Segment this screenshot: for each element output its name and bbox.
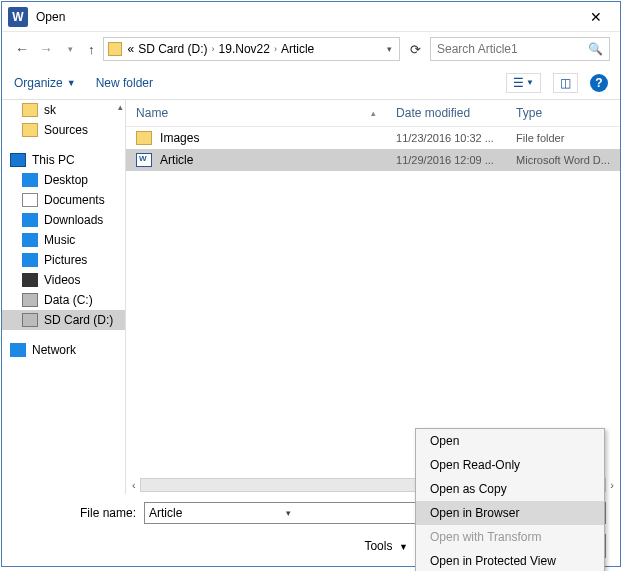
sidebar-item-network[interactable]: Network xyxy=(2,340,125,360)
sidebar-item-label: Network xyxy=(32,343,76,357)
desktop-icon xyxy=(22,173,38,187)
folder-icon xyxy=(108,42,122,56)
folder-icon xyxy=(22,103,38,117)
sidebar-item-label: Pictures xyxy=(44,253,87,267)
sidebar-item-music[interactable]: Music xyxy=(2,230,125,250)
filename-input[interactable]: Article ▾ xyxy=(144,502,428,524)
drive-icon xyxy=(22,293,38,307)
sidebar-item-label: Sources xyxy=(44,123,88,137)
address-dropdown[interactable]: ▾ xyxy=(384,44,395,54)
nav-up[interactable]: ↑ xyxy=(84,42,99,57)
sidebar-item-label: Music xyxy=(44,233,75,247)
word-app-icon: W xyxy=(8,7,28,27)
new-folder-button[interactable]: New folder xyxy=(96,76,153,90)
search-icon[interactable]: 🔍 xyxy=(588,42,603,56)
file-type: File folder xyxy=(506,130,620,146)
sidebar-item-desktop[interactable]: Desktop xyxy=(2,170,125,190)
nav-back[interactable]: ← xyxy=(12,41,32,57)
sidebar-item-videos[interactable]: Videos xyxy=(2,270,125,290)
sidebar-item-this-pc[interactable]: This PC xyxy=(2,150,125,170)
sidebar-item-label: Desktop xyxy=(44,173,88,187)
nav-bar: ← → ▾ ↑ « SD Card (D:) › 19.Nov22 › Arti… xyxy=(2,32,620,66)
sidebar-item-label: Data (C:) xyxy=(44,293,93,307)
crumb-1[interactable]: 19.Nov22 xyxy=(217,42,272,56)
down-icon xyxy=(22,213,38,227)
sidebar-item-label: sk xyxy=(44,103,56,117)
file-date: 11/23/2016 10:32 ... xyxy=(386,130,506,146)
chevron-right-icon: › xyxy=(272,44,279,54)
sidebar-item-label: Documents xyxy=(44,193,105,207)
net-icon xyxy=(10,343,26,357)
drive-icon xyxy=(22,313,38,327)
file-type: Microsoft Word D... xyxy=(506,152,620,168)
scroll-up-icon[interactable]: ▴ xyxy=(118,102,123,112)
sidebar: ▴ skSourcesThis PCDesktopDocumentsDownlo… xyxy=(2,100,126,494)
file-name: Article xyxy=(160,153,193,167)
sidebar-item-sd-card-d-[interactable]: SD Card (D:) xyxy=(2,310,125,330)
menu-item-open-as-copy[interactable]: Open as Copy xyxy=(416,477,604,501)
column-headers: Name▴ Date modified Type xyxy=(126,100,620,127)
file-name: Images xyxy=(160,131,199,145)
preview-icon: ◫ xyxy=(560,76,571,90)
preview-pane-button[interactable]: ◫ xyxy=(553,73,578,93)
nav-recent-dropdown[interactable]: ▾ xyxy=(60,44,80,54)
open-dropdown-menu: OpenOpen Read-OnlyOpen as CopyOpen in Br… xyxy=(415,428,605,571)
sidebar-item-data-c-[interactable]: Data (C:) xyxy=(2,290,125,310)
col-name[interactable]: Name▴ xyxy=(126,100,386,126)
menu-item-open-read-only[interactable]: Open Read-Only xyxy=(416,453,604,477)
close-button[interactable]: ✕ xyxy=(578,5,614,29)
sidebar-item-label: Videos xyxy=(44,273,80,287)
file-date: 11/29/2016 12:09 ... xyxy=(386,152,506,168)
music-icon xyxy=(22,233,38,247)
doc-icon xyxy=(22,193,38,207)
window-title: Open xyxy=(36,10,578,24)
help-button[interactable]: ? xyxy=(590,74,608,92)
crumb-2[interactable]: Article xyxy=(279,42,316,56)
file-row[interactable]: Images11/23/2016 10:32 ...File folder xyxy=(126,127,620,149)
sidebar-item-label: This PC xyxy=(32,153,75,167)
sidebar-item-documents[interactable]: Documents xyxy=(2,190,125,210)
folder-icon xyxy=(136,131,152,145)
wfile-icon xyxy=(136,153,152,167)
col-date[interactable]: Date modified xyxy=(386,100,506,126)
titlebar: W Open ✕ xyxy=(2,2,620,32)
crumb-prefix: « xyxy=(126,42,137,56)
search-box[interactable]: 🔍 xyxy=(430,37,610,61)
address-bar[interactable]: « SD Card (D:) › 19.Nov22 › Article ▾ xyxy=(103,37,401,61)
col-type[interactable]: Type xyxy=(506,100,620,126)
organize-button[interactable]: Organize ▼ xyxy=(14,76,76,90)
refresh-button[interactable]: ⟳ xyxy=(404,42,426,57)
sidebar-item-sources[interactable]: Sources xyxy=(2,120,125,140)
folder-icon xyxy=(22,123,38,137)
scroll-right-icon[interactable]: › xyxy=(610,479,614,491)
toolbar: Organize ▼ New folder ☰ ▼ ◫ ? xyxy=(2,66,620,100)
sidebar-item-downloads[interactable]: Downloads xyxy=(2,210,125,230)
sort-indicator-icon: ▴ xyxy=(371,108,376,118)
sidebar-item-pictures[interactable]: Pictures xyxy=(2,250,125,270)
nav-forward: → xyxy=(36,41,56,57)
filename-label: File name: xyxy=(16,506,136,520)
sidebar-item-sk[interactable]: sk xyxy=(2,100,125,120)
chevron-down-icon: ▼ xyxy=(526,78,534,87)
menu-item-open-with-transform: Open with Transform xyxy=(416,525,604,549)
sidebar-item-label: SD Card (D:) xyxy=(44,313,113,327)
view-mode-button[interactable]: ☰ ▼ xyxy=(506,73,541,93)
sidebar-item-label: Downloads xyxy=(44,213,103,227)
list-view-icon: ☰ xyxy=(513,76,524,90)
chevron-right-icon: › xyxy=(210,44,217,54)
chevron-down-icon[interactable]: ▾ xyxy=(283,508,423,518)
crumb-0[interactable]: SD Card (D:) xyxy=(136,42,209,56)
chevron-down-icon: ▼ xyxy=(67,78,76,88)
vid-icon xyxy=(22,273,38,287)
scroll-left-icon[interactable]: ‹ xyxy=(132,479,136,491)
tools-button[interactable]: Tools ▼ xyxy=(364,539,408,553)
menu-item-open-in-protected-view[interactable]: Open in Protected View xyxy=(416,549,604,571)
menu-item-open[interactable]: Open xyxy=(416,429,604,453)
search-input[interactable] xyxy=(437,42,588,56)
file-row[interactable]: Article11/29/2016 12:09 ...Microsoft Wor… xyxy=(126,149,620,171)
chevron-down-icon: ▼ xyxy=(399,542,408,552)
menu-item-open-in-browser[interactable]: Open in Browser xyxy=(416,501,604,525)
pic-icon xyxy=(22,253,38,267)
pc-icon xyxy=(10,153,26,167)
